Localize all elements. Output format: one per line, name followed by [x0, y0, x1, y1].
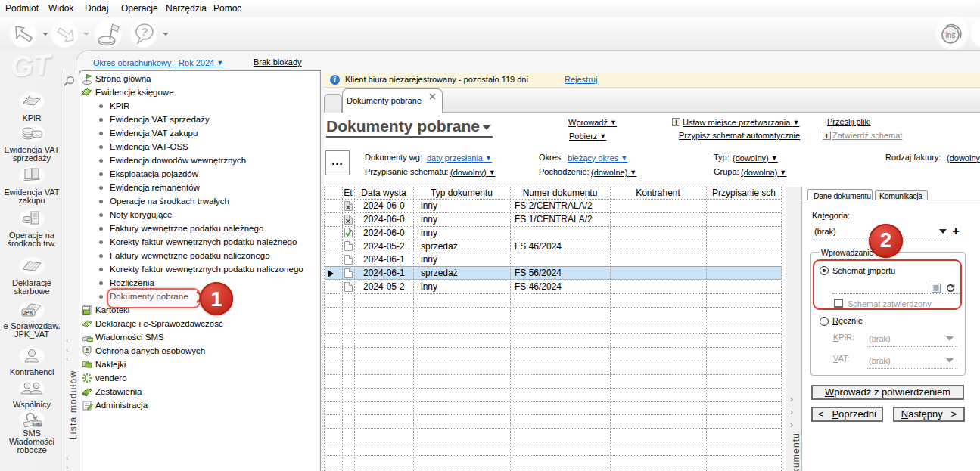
svg-text:!: !: [826, 132, 828, 140]
svg-text:SMS: SMS: [87, 339, 93, 342]
svg-text:!: !: [675, 119, 677, 126]
svg-text:SMS: SMS: [33, 422, 42, 426]
svg-text:JPK: JPK: [23, 310, 33, 315]
svg-text:ins: ins: [946, 31, 956, 39]
